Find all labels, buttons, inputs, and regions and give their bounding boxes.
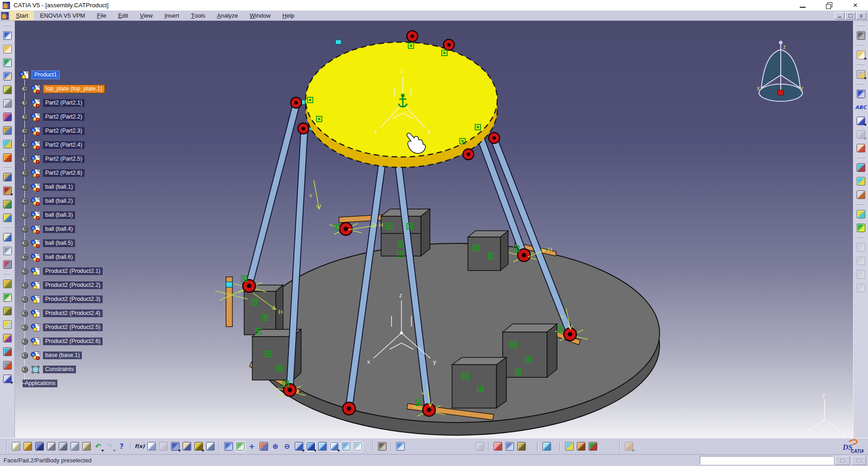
tree-item-applications[interactable]: Applications [16, 376, 152, 390]
print-document-icon[interactable] [45, 441, 57, 452]
menu-item-edit[interactable]: Edit [112, 11, 134, 20]
measure-inertia-icon[interactable] [515, 441, 527, 452]
toolbar-grip[interactable] [560, 442, 561, 451]
camera-capture-icon[interactable] [376, 441, 388, 452]
update-spiral-icon[interactable] [474, 441, 486, 452]
part-node-icon[interactable] [29, 141, 41, 150]
tree-item-part2-part2-2[interactable]: Part2 (Part2.2) [16, 110, 152, 124]
toolbar-grip[interactable] [857, 44, 865, 45]
measure-item-icon[interactable] [504, 441, 515, 452]
surfacic-analysis-icon[interactable] [541, 441, 552, 452]
tree-item-label[interactable]: Constraints [43, 366, 76, 373]
zoom-out-icon[interactable]: ⊖ [281, 441, 293, 452]
generate-numbering-icon[interactable] [1, 278, 13, 290]
toolbar-grip[interactable] [391, 442, 392, 451]
overflow-arrow-icon[interactable] [864, 58, 867, 60]
tree-item-label[interactable]: Product2 (Product2.5) [43, 323, 103, 331]
new-part-icon[interactable] [1, 291, 13, 303]
tree-item-product2-product2-3[interactable]: Product2 (Product2.3) [16, 292, 152, 306]
menu-item-start[interactable]: Start [10, 11, 34, 20]
part-node-icon[interactable] [29, 85, 41, 94]
sectioning-icon[interactable] [575, 441, 587, 452]
copy-icon[interactable] [69, 441, 80, 452]
manipulation-icon[interactable] [1, 124, 13, 136]
equivalent-dimensions-icon[interactable] [204, 441, 216, 452]
tree-item-ball-ball-2[interactable]: ball (ball.2) [16, 194, 152, 208]
redo-icon[interactable]: ↷ [104, 441, 116, 452]
update-all-icon[interactable] [855, 29, 867, 41]
dialog-toggle-button[interactable] [835, 456, 850, 465]
send-to-catalog-icon[interactable] [1, 319, 13, 330]
knowledge-inspector-icon[interactable] [157, 441, 169, 452]
pan-icon[interactable]: + [246, 441, 258, 452]
tree-item-label[interactable]: Product2 (Product2.1) [43, 267, 103, 275]
tree-item-label[interactable]: Product2 (Product2.4) [43, 309, 103, 317]
normal-view-icon[interactable] [293, 441, 305, 452]
select-arrow-icon[interactable] [855, 49, 867, 61]
snap-constraint-icon[interactable] [855, 88, 867, 100]
tree-item-ball-ball-3[interactable]: ball (ball.3) [16, 208, 152, 222]
tree-item-label[interactable]: Product2 (Product2.6) [43, 338, 103, 345]
toolbar-grip[interactable] [619, 442, 620, 451]
tree-item-label[interactable]: ball (ball.4) [43, 225, 75, 233]
occurrence-tool-1-icon[interactable] [855, 241, 867, 253]
sketcher-icon[interactable] [1, 111, 13, 123]
new-component-icon[interactable] [1, 57, 13, 68]
listing-report-icon[interactable] [855, 189, 867, 200]
fly-mode-icon[interactable] [1, 29, 13, 41]
comment-icon[interactable] [146, 441, 157, 452]
compass[interactable]: z x y [757, 41, 803, 101]
tree-item-product1[interactable]: Product1 [16, 68, 152, 82]
formula-icon[interactable]: f(x) [134, 441, 146, 452]
part-node-icon[interactable] [29, 99, 41, 108]
tree-item-ball-ball-5[interactable]: ball (ball.5) [16, 236, 152, 250]
toolbar-grip[interactable] [857, 25, 865, 26]
restore-button[interactable] [826, 2, 833, 9]
toolbar-grip[interactable] [6, 442, 7, 451]
toolbar-grip[interactable] [3, 25, 11, 26]
tree-item-label[interactable]: Product2 (Product2.2) [43, 281, 103, 289]
menu-item-insert[interactable]: Insert [159, 11, 185, 20]
toolbar-grip[interactable] [857, 204, 865, 204]
toolbar-grip[interactable] [130, 442, 131, 451]
render-style-icon[interactable] [328, 441, 340, 452]
document-close-button[interactable]: x [856, 12, 866, 19]
tree-item-part2-part2-5[interactable]: Part2 (Part2.5) [16, 152, 152, 166]
part-node-icon[interactable] [29, 155, 41, 164]
overflow-arrow-icon[interactable] [864, 138, 867, 140]
menu-item-view[interactable]: View [134, 11, 159, 20]
product-node-icon[interactable] [29, 295, 41, 304]
lock-parameters-icon[interactable] [193, 441, 204, 452]
fast-multi-instantiation-icon[interactable] [1, 171, 13, 183]
tree-item-label[interactable]: ball (ball.3) [43, 211, 75, 219]
part-node-icon[interactable] [29, 239, 41, 248]
toolbar-grip[interactable] [219, 442, 220, 451]
part-node-icon[interactable] [29, 127, 41, 136]
undo-icon[interactable]: ↶ [92, 441, 104, 452]
clash-analysis-icon[interactable] [563, 441, 575, 452]
parameters-graph-icon[interactable] [181, 441, 193, 452]
graph-collapse-icon[interactable] [1, 258, 13, 270]
tree-item-part2-part2-1[interactable]: Part2 (Part2.1) [16, 96, 152, 110]
part-node-icon[interactable] [29, 351, 41, 360]
toolbar-grip[interactable] [373, 442, 373, 451]
part-node-icon[interactable] [29, 253, 41, 262]
tree-item-label[interactable]: Product2 (Product2.3) [43, 295, 103, 303]
open-document-icon[interactable] [1, 231, 13, 243]
smart-instantiate-icon[interactable] [1, 212, 13, 223]
tree-item-part2-part2-4[interactable]: Part2 (Part2.4) [16, 138, 152, 152]
document-restore-button[interactable] [845, 12, 855, 19]
design-table-icon[interactable] [169, 441, 181, 452]
swap-visible-space-icon[interactable] [855, 222, 867, 233]
product-node-icon[interactable] [29, 337, 41, 346]
product-node-icon[interactable] [29, 323, 41, 332]
isolate-part-icon[interactable] [1, 346, 13, 357]
part-node-icon[interactable] [29, 225, 41, 234]
tree-item-top-plate-top-plate-1[interactable]: top_plate (top_plate.1) [16, 82, 152, 96]
new-document-icon[interactable] [10, 441, 22, 452]
view-mode-a-icon[interactable] [340, 441, 352, 452]
menu-item-file[interactable]: File [91, 11, 112, 20]
tree-item-constraints[interactable]: Constraints [16, 362, 152, 376]
paste-icon[interactable] [80, 441, 92, 452]
zoom-in-icon[interactable]: ⊕ [269, 441, 281, 452]
